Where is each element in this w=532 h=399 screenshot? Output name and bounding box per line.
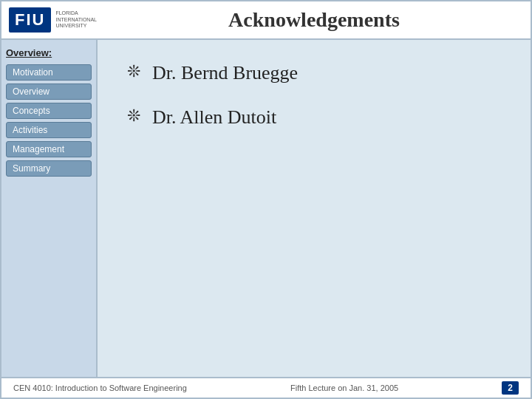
bullet-item-1: ❊ Dr. Bernd Bruegge — [127, 62, 501, 84]
logo-box: FIU — [9, 7, 51, 33]
sidebar-item-motivation[interactable]: Motivation — [6, 64, 92, 81]
bullet-text-1: Dr. Bernd Bruegge — [152, 62, 298, 84]
sidebar-item-concepts[interactable]: Concepts — [6, 103, 92, 119]
footer-right: Fifth Lecture on Jan. 31, 2005 — [290, 383, 398, 392]
slide-title: Acknowledgements — [105, 8, 523, 32]
sidebar-overview-label: Overview: — [6, 47, 92, 58]
header: FIU FLORIDA INTERNATIONAL UNIVERSITY Ack… — [1, 1, 531, 40]
sidebar-item-activities[interactable]: Activities — [6, 122, 92, 138]
footer: CEN 4010: Introduction to Software Engin… — [1, 377, 531, 398]
sidebar: Overview: Motivation Overview Concepts A… — [1, 40, 98, 377]
main-area: Overview: Motivation Overview Concepts A… — [1, 40, 531, 377]
slide-container: FIU FLORIDA INTERNATIONAL UNIVERSITY Ack… — [0, 0, 532, 399]
logo-subtitle: FLORIDA INTERNATIONAL UNIVERSITY — [55, 10, 100, 29]
footer-left: CEN 4010: Introduction to Software Engin… — [13, 383, 187, 392]
bullet-text-2: Dr. Allen Dutoit — [152, 106, 276, 129]
sidebar-item-summary[interactable]: Summary — [6, 160, 92, 177]
content-area: ❊ Dr. Bernd Bruegge ❊ Dr. Allen Dutoit — [98, 40, 531, 377]
footer-page-number: 2 — [502, 381, 519, 395]
logo-area: FIU FLORIDA INTERNATIONAL UNIVERSITY — [9, 7, 105, 33]
bullet-star-1: ❊ — [127, 64, 140, 80]
bullet-item-2: ❊ Dr. Allen Dutoit — [127, 106, 501, 129]
sidebar-item-overview[interactable]: Overview — [6, 83, 92, 100]
logo-text: FIU — [15, 10, 45, 29]
sidebar-item-management[interactable]: Management — [6, 141, 92, 157]
bullet-star-2: ❊ — [127, 108, 140, 124]
